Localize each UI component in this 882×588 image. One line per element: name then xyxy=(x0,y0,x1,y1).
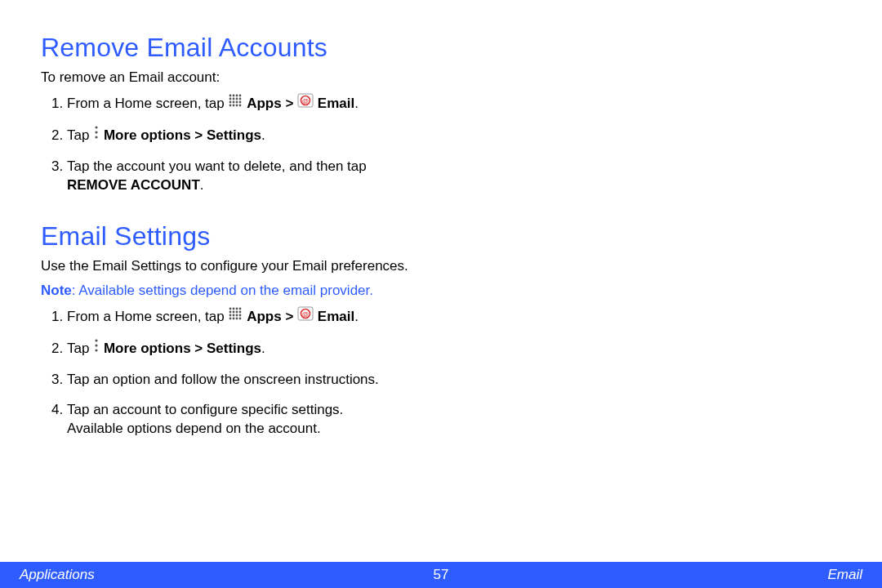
svg-point-20 xyxy=(96,131,98,133)
email-app-icon: @ xyxy=(297,306,314,327)
footer-page-number: 57 xyxy=(0,567,882,583)
svg-point-0 xyxy=(229,95,232,97)
document-page: Remove Email Accounts To remove an Email… xyxy=(0,0,882,588)
period: . xyxy=(354,96,359,111)
list-item: From a Home screen, tap Apps > @ xyxy=(67,94,524,114)
list-item: Tap an account to configure specific set… xyxy=(67,401,524,439)
step-text: Tap the account you want to delete, and … xyxy=(67,158,367,174)
svg-point-34 xyxy=(229,317,232,319)
svg-point-15 xyxy=(239,105,242,107)
svg-point-9 xyxy=(233,101,235,104)
remove-account-label: REMOVE ACCOUNT xyxy=(67,177,200,193)
period: . xyxy=(354,309,359,324)
steps-remove: From a Home screen, tap Apps > @ xyxy=(41,94,841,195)
svg-point-43 xyxy=(96,349,98,351)
note-label: Note xyxy=(41,283,72,298)
heading-remove-email-accounts: Remove Email Accounts xyxy=(41,33,841,63)
svg-point-35 xyxy=(233,317,235,319)
email-label: Email xyxy=(318,96,354,111)
svg-point-26 xyxy=(229,310,232,313)
note-body: Available settings depend on the email p… xyxy=(78,283,373,298)
step-text: Tap xyxy=(67,127,93,143)
step-text: From a Home screen, tap xyxy=(67,96,228,111)
svg-point-22 xyxy=(229,307,232,310)
step-text: From a Home screen, tap xyxy=(67,309,228,324)
apps-grid-icon xyxy=(228,306,243,327)
svg-point-24 xyxy=(236,307,238,310)
svg-point-14 xyxy=(236,105,238,107)
list-item: Tap More options > Settings. xyxy=(67,339,524,359)
svg-point-33 xyxy=(239,314,242,316)
more-options-label: More options > Settings xyxy=(104,341,261,356)
apps-label: Apps > xyxy=(247,96,297,111)
list-item: From a Home screen, tap Apps > xyxy=(67,307,524,327)
svg-point-30 xyxy=(229,314,232,316)
email-app-icon: @ xyxy=(297,93,314,114)
step-text: Tap xyxy=(67,341,93,356)
svg-point-10 xyxy=(236,101,238,104)
svg-point-25 xyxy=(239,307,242,310)
svg-point-37 xyxy=(239,317,242,319)
intro-remove: To remove an Email account: xyxy=(41,69,841,86)
svg-point-19 xyxy=(96,126,98,128)
svg-text:@: @ xyxy=(302,97,309,105)
svg-point-42 xyxy=(96,344,98,346)
svg-point-6 xyxy=(236,98,238,100)
svg-point-2 xyxy=(236,95,238,97)
svg-point-21 xyxy=(96,136,98,138)
steps-settings: From a Home screen, tap Apps > xyxy=(41,307,841,439)
svg-point-36 xyxy=(236,317,238,319)
heading-email-settings: Email Settings xyxy=(41,221,841,252)
more-options-icon xyxy=(93,338,100,359)
period: . xyxy=(261,341,265,356)
list-item: Tap an option and follow the onscreen in… xyxy=(67,371,524,390)
svg-point-4 xyxy=(229,98,232,100)
note-line: Note: Available settings depend on the e… xyxy=(41,283,841,299)
svg-point-23 xyxy=(233,307,235,310)
svg-text:@: @ xyxy=(302,310,309,318)
svg-point-41 xyxy=(96,339,98,341)
svg-point-3 xyxy=(239,95,242,97)
email-label: Email xyxy=(318,309,354,324)
svg-point-12 xyxy=(229,105,232,107)
svg-point-8 xyxy=(229,101,232,104)
page-footer: Applications 57 Email xyxy=(0,562,882,588)
svg-point-28 xyxy=(236,310,238,313)
more-options-label: More options > Settings xyxy=(104,127,261,143)
svg-point-11 xyxy=(239,101,242,104)
period: . xyxy=(200,177,204,193)
more-options-icon xyxy=(93,125,100,145)
list-item: Tap the account you want to delete, and … xyxy=(67,158,524,195)
apps-grid-icon xyxy=(228,93,243,114)
period: . xyxy=(261,127,265,143)
list-item: Tap More options > Settings. xyxy=(67,126,524,146)
apps-label: Apps > xyxy=(247,309,297,324)
step-text: Available options depend on the account. xyxy=(67,420,524,439)
svg-point-7 xyxy=(239,98,242,100)
intro-settings: Use the Email Settings to configure your… xyxy=(41,258,466,274)
svg-point-27 xyxy=(233,310,235,313)
svg-point-31 xyxy=(233,314,235,316)
step-text: Tap an account to configure specific set… xyxy=(67,402,343,417)
svg-point-1 xyxy=(233,95,235,97)
svg-point-5 xyxy=(233,98,235,100)
svg-point-32 xyxy=(236,314,238,316)
svg-point-13 xyxy=(233,105,235,107)
svg-point-29 xyxy=(239,310,242,313)
